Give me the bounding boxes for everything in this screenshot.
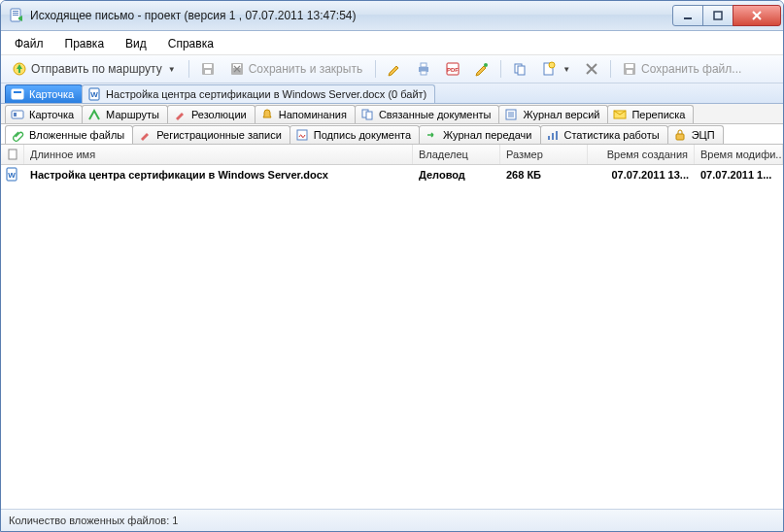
svg-rect-8 (204, 64, 212, 68)
printer-icon (416, 61, 431, 77)
versions-icon (503, 107, 519, 122)
pdf-button[interactable]: PDF (440, 57, 465, 81)
window-controls (673, 5, 781, 26)
svg-rect-5 (714, 12, 722, 19)
file-ctime: 07.07.2011 13... (611, 169, 689, 181)
top-tab-card-label: Карточка (29, 88, 74, 100)
delete-button[interactable] (579, 57, 604, 81)
svg-rect-29 (12, 111, 23, 118)
toolbar-separator (188, 60, 189, 78)
menu-help[interactable]: Справка (158, 35, 223, 52)
svg-rect-9 (205, 70, 211, 74)
svg-rect-24 (627, 70, 632, 74)
minimize-button[interactable] (672, 5, 703, 26)
print-button[interactable] (411, 57, 436, 81)
tab-ecp-label: ЭЦП (692, 129, 715, 141)
tab-card[interactable]: Карточка (5, 105, 83, 123)
top-tab-document-label: Настройка центра сертификации в Windows … (106, 88, 426, 100)
save-and-close-button[interactable]: Сохранить и закрыть (224, 57, 369, 81)
chevron-down-icon: ▼ (168, 65, 176, 74)
file-name-text: Настройка центра сертификации в Windows … (30, 169, 328, 181)
tab-attachments[interactable]: Вложенные файлы (5, 125, 133, 144)
col-mtime[interactable]: Время модифи... (695, 145, 783, 164)
tab-routes[interactable]: Маршруты (82, 105, 168, 123)
save-icon (200, 61, 216, 77)
svg-text:PDF: PDF (447, 67, 459, 73)
top-tab-document[interactable]: W Настройка центра сертификации в Window… (82, 84, 435, 103)
top-tab-card[interactable]: Карточка (5, 84, 83, 103)
tab-ecp[interactable]: ЭЦП (667, 125, 724, 144)
stats-icon (545, 127, 561, 143)
file-list-header: Длинное имя Владелец Размер Время создан… (1, 145, 783, 165)
svg-rect-36 (548, 136, 550, 140)
svg-rect-3 (13, 15, 18, 16)
col-ctime[interactable]: Время создания (588, 145, 695, 164)
tab-transfer[interactable]: Журнал передачи (419, 125, 540, 144)
send-route-icon (12, 61, 27, 77)
tab-versions-label: Журнал версий (523, 109, 599, 120)
toolbar: Отправить по маршруту ▼ Сохранить и закр… (1, 55, 783, 83)
save-close-icon (229, 61, 245, 77)
file-type-icon: W (1, 165, 24, 184)
tab-resolutions[interactable]: Резолюции (167, 105, 256, 123)
card-icon (10, 86, 25, 102)
svg-rect-35 (297, 130, 307, 140)
tab-stats[interactable]: Статистика работы (540, 125, 668, 144)
tab-correspond-label: Переписка (631, 109, 685, 120)
col-icon[interactable] (1, 145, 24, 164)
col-size[interactable]: Размер (500, 145, 588, 164)
edit-button[interactable] (382, 57, 407, 81)
sign-button[interactable] (469, 57, 494, 81)
svg-rect-1 (13, 11, 18, 12)
tab-card-label: Карточка (29, 109, 74, 120)
maximize-button[interactable] (702, 5, 733, 26)
save-file-button[interactable]: Сохранить файл... (617, 57, 748, 81)
svg-rect-38 (556, 131, 558, 140)
tab-versions[interactable]: Журнал версий (498, 105, 608, 123)
col-name[interactable]: Длинное имя (24, 145, 413, 164)
resolutions-icon (172, 107, 187, 122)
svg-text:W: W (90, 90, 98, 99)
transfer-icon (424, 127, 439, 143)
tab-routes-label: Маршруты (106, 109, 159, 120)
svg-rect-13 (421, 63, 426, 67)
svg-rect-39 (676, 134, 684, 140)
tab-reminders[interactable]: Напоминания (255, 105, 356, 123)
send-route-button[interactable]: Отправить по маршруту ▼ (7, 57, 183, 81)
tab-signature[interactable]: Подпись документа (290, 125, 420, 144)
svg-rect-19 (518, 66, 525, 75)
tab-correspondence[interactable]: Переписка (607, 105, 694, 123)
file-owner: Деловод (419, 169, 465, 181)
svg-rect-26 (14, 91, 21, 93)
menubar: Файл Правка Вид Справка (1, 31, 783, 55)
toolbar-separator (375, 60, 376, 78)
top-tabs: Карточка W Настройка центра сертификации… (1, 83, 783, 104)
tab-transfer-label: Журнал передачи (443, 129, 531, 141)
menu-view[interactable]: Вид (116, 35, 156, 52)
close-button[interactable] (733, 5, 781, 26)
col-owner[interactable]: Владелец (413, 145, 500, 164)
svg-text:W: W (8, 171, 16, 180)
chevron-down-icon: ▼ (562, 65, 570, 74)
tab-attachments-label: Вложенные файлы (29, 129, 124, 141)
card-icon (10, 107, 25, 122)
svg-rect-4 (684, 17, 692, 19)
copy-button[interactable] (507, 57, 532, 81)
pen-icon (137, 127, 153, 143)
pencil-icon (387, 61, 402, 77)
menu-edit[interactable]: Правка (55, 35, 115, 52)
svg-rect-40 (9, 150, 17, 159)
save-button[interactable] (195, 57, 221, 81)
toolbar-separator (610, 60, 611, 78)
tab-reg-records[interactable]: Регистрационные записи (132, 125, 290, 144)
svg-rect-25 (12, 89, 23, 99)
menu-file[interactable]: Файл (5, 35, 53, 52)
tab-related[interactable]: Связанные документы (355, 105, 500, 123)
tab-reg-label: Регистрационные записи (156, 129, 282, 141)
send-route-label: Отправить по маршруту (31, 62, 162, 76)
new-button[interactable]: ▼ (536, 57, 575, 81)
table-row[interactable]: W Настройка центра сертификации в Window… (1, 165, 783, 184)
svg-rect-23 (626, 64, 633, 68)
tabs-row-1: Карточка Маршруты Резолюции Напоминания … (1, 104, 783, 124)
mail-icon (612, 107, 628, 122)
